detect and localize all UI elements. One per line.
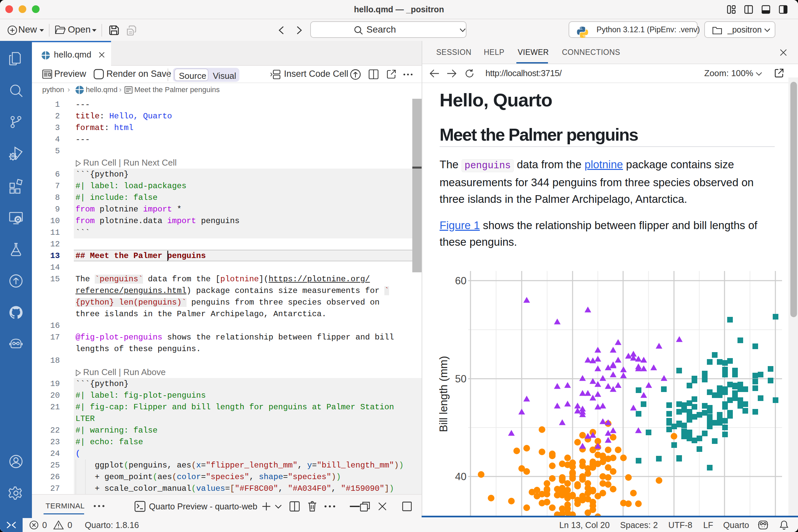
svg-text:60: 60	[455, 275, 467, 287]
svg-text:50: 50	[455, 373, 467, 385]
svg-text:40: 40	[455, 471, 467, 482]
svg-text:Bill length (mm): Bill length (mm)	[437, 356, 450, 432]
